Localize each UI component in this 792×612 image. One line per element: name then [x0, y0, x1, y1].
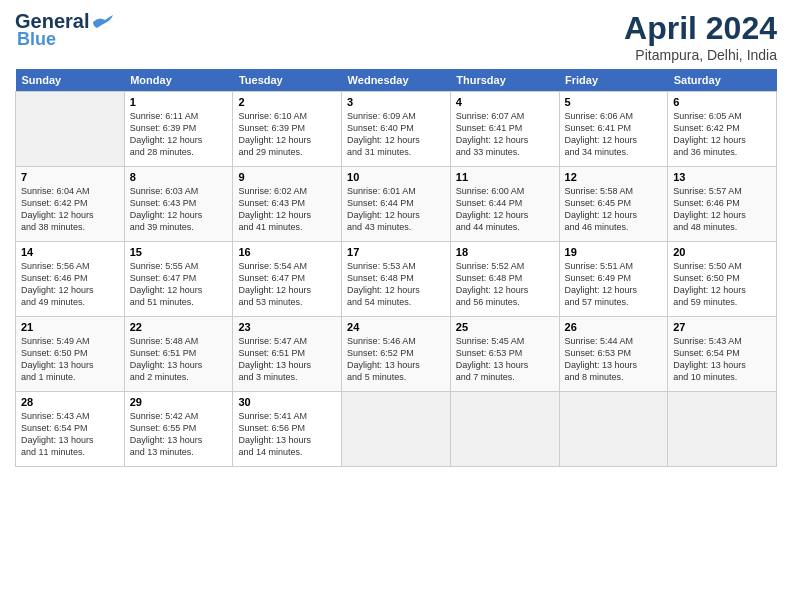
page-container: General Blue April 2024 Pitampura, Delhi…	[0, 0, 792, 477]
weekday-header-sunday: Sunday	[16, 69, 125, 92]
day-info: Sunrise: 5:44 AM Sunset: 6:53 PM Dayligh…	[565, 335, 663, 384]
day-number: 6	[673, 96, 771, 108]
day-number: 24	[347, 321, 445, 333]
calendar-cell: 20Sunrise: 5:50 AM Sunset: 6:50 PM Dayli…	[668, 242, 777, 317]
calendar-cell	[16, 92, 125, 167]
day-info: Sunrise: 6:03 AM Sunset: 6:43 PM Dayligh…	[130, 185, 228, 234]
logo-blue: Blue	[17, 29, 56, 50]
day-number: 2	[238, 96, 336, 108]
calendar-week-row: 21Sunrise: 5:49 AM Sunset: 6:50 PM Dayli…	[16, 317, 777, 392]
calendar-cell: 28Sunrise: 5:43 AM Sunset: 6:54 PM Dayli…	[16, 392, 125, 467]
day-number: 15	[130, 246, 228, 258]
calendar-cell	[559, 392, 668, 467]
weekday-header-friday: Friday	[559, 69, 668, 92]
day-number: 22	[130, 321, 228, 333]
calendar-cell: 3Sunrise: 6:09 AM Sunset: 6:40 PM Daylig…	[342, 92, 451, 167]
day-number: 9	[238, 171, 336, 183]
calendar-cell: 13Sunrise: 5:57 AM Sunset: 6:46 PM Dayli…	[668, 167, 777, 242]
day-info: Sunrise: 6:09 AM Sunset: 6:40 PM Dayligh…	[347, 110, 445, 159]
day-info: Sunrise: 6:06 AM Sunset: 6:41 PM Dayligh…	[565, 110, 663, 159]
day-info: Sunrise: 5:50 AM Sunset: 6:50 PM Dayligh…	[673, 260, 771, 309]
day-info: Sunrise: 5:56 AM Sunset: 6:46 PM Dayligh…	[21, 260, 119, 309]
day-number: 12	[565, 171, 663, 183]
day-info: Sunrise: 5:51 AM Sunset: 6:49 PM Dayligh…	[565, 260, 663, 309]
calendar-cell: 7Sunrise: 6:04 AM Sunset: 6:42 PM Daylig…	[16, 167, 125, 242]
subtitle: Pitampura, Delhi, India	[624, 47, 777, 63]
calendar-cell: 25Sunrise: 5:45 AM Sunset: 6:53 PM Dayli…	[450, 317, 559, 392]
day-info: Sunrise: 6:10 AM Sunset: 6:39 PM Dayligh…	[238, 110, 336, 159]
calendar-table: SundayMondayTuesdayWednesdayThursdayFrid…	[15, 69, 777, 467]
day-number: 13	[673, 171, 771, 183]
weekday-header-tuesday: Tuesday	[233, 69, 342, 92]
day-number: 25	[456, 321, 554, 333]
day-info: Sunrise: 5:45 AM Sunset: 6:53 PM Dayligh…	[456, 335, 554, 384]
day-number: 30	[238, 396, 336, 408]
day-number: 11	[456, 171, 554, 183]
day-number: 7	[21, 171, 119, 183]
day-number: 4	[456, 96, 554, 108]
calendar-cell: 17Sunrise: 5:53 AM Sunset: 6:48 PM Dayli…	[342, 242, 451, 317]
calendar-cell: 5Sunrise: 6:06 AM Sunset: 6:41 PM Daylig…	[559, 92, 668, 167]
day-number: 23	[238, 321, 336, 333]
day-info: Sunrise: 5:57 AM Sunset: 6:46 PM Dayligh…	[673, 185, 771, 234]
calendar-week-row: 1Sunrise: 6:11 AM Sunset: 6:39 PM Daylig…	[16, 92, 777, 167]
calendar-week-row: 28Sunrise: 5:43 AM Sunset: 6:54 PM Dayli…	[16, 392, 777, 467]
day-number: 1	[130, 96, 228, 108]
weekday-header-wednesday: Wednesday	[342, 69, 451, 92]
main-title: April 2024	[624, 10, 777, 47]
calendar-cell: 2Sunrise: 6:10 AM Sunset: 6:39 PM Daylig…	[233, 92, 342, 167]
calendar-cell: 27Sunrise: 5:43 AM Sunset: 6:54 PM Dayli…	[668, 317, 777, 392]
calendar-cell: 14Sunrise: 5:56 AM Sunset: 6:46 PM Dayli…	[16, 242, 125, 317]
day-info: Sunrise: 6:05 AM Sunset: 6:42 PM Dayligh…	[673, 110, 771, 159]
calendar-cell: 11Sunrise: 6:00 AM Sunset: 6:44 PM Dayli…	[450, 167, 559, 242]
calendar-cell: 29Sunrise: 5:42 AM Sunset: 6:55 PM Dayli…	[124, 392, 233, 467]
calendar-cell: 9Sunrise: 6:02 AM Sunset: 6:43 PM Daylig…	[233, 167, 342, 242]
day-info: Sunrise: 6:07 AM Sunset: 6:41 PM Dayligh…	[456, 110, 554, 159]
day-info: Sunrise: 5:42 AM Sunset: 6:55 PM Dayligh…	[130, 410, 228, 459]
calendar-header-row: SundayMondayTuesdayWednesdayThursdayFrid…	[16, 69, 777, 92]
calendar-cell: 19Sunrise: 5:51 AM Sunset: 6:49 PM Dayli…	[559, 242, 668, 317]
calendar-cell: 24Sunrise: 5:46 AM Sunset: 6:52 PM Dayli…	[342, 317, 451, 392]
calendar-cell: 12Sunrise: 5:58 AM Sunset: 6:45 PM Dayli…	[559, 167, 668, 242]
weekday-header-monday: Monday	[124, 69, 233, 92]
weekday-header-thursday: Thursday	[450, 69, 559, 92]
day-number: 19	[565, 246, 663, 258]
calendar-cell: 26Sunrise: 5:44 AM Sunset: 6:53 PM Dayli…	[559, 317, 668, 392]
day-number: 3	[347, 96, 445, 108]
calendar-cell	[668, 392, 777, 467]
calendar-cell: 22Sunrise: 5:48 AM Sunset: 6:51 PM Dayli…	[124, 317, 233, 392]
day-info: Sunrise: 5:41 AM Sunset: 6:56 PM Dayligh…	[238, 410, 336, 459]
day-info: Sunrise: 5:46 AM Sunset: 6:52 PM Dayligh…	[347, 335, 445, 384]
day-info: Sunrise: 5:52 AM Sunset: 6:48 PM Dayligh…	[456, 260, 554, 309]
logo: General Blue	[15, 10, 113, 50]
day-info: Sunrise: 5:55 AM Sunset: 6:47 PM Dayligh…	[130, 260, 228, 309]
day-number: 28	[21, 396, 119, 408]
header: General Blue April 2024 Pitampura, Delhi…	[15, 10, 777, 63]
calendar-cell	[342, 392, 451, 467]
weekday-header-saturday: Saturday	[668, 69, 777, 92]
calendar-cell: 8Sunrise: 6:03 AM Sunset: 6:43 PM Daylig…	[124, 167, 233, 242]
calendar-week-row: 14Sunrise: 5:56 AM Sunset: 6:46 PM Dayli…	[16, 242, 777, 317]
calendar-week-row: 7Sunrise: 6:04 AM Sunset: 6:42 PM Daylig…	[16, 167, 777, 242]
calendar-cell: 23Sunrise: 5:47 AM Sunset: 6:51 PM Dayli…	[233, 317, 342, 392]
day-number: 26	[565, 321, 663, 333]
calendar-cell: 21Sunrise: 5:49 AM Sunset: 6:50 PM Dayli…	[16, 317, 125, 392]
day-info: Sunrise: 5:43 AM Sunset: 6:54 PM Dayligh…	[673, 335, 771, 384]
day-number: 20	[673, 246, 771, 258]
calendar-cell: 1Sunrise: 6:11 AM Sunset: 6:39 PM Daylig…	[124, 92, 233, 167]
day-info: Sunrise: 5:54 AM Sunset: 6:47 PM Dayligh…	[238, 260, 336, 309]
day-number: 10	[347, 171, 445, 183]
day-info: Sunrise: 5:47 AM Sunset: 6:51 PM Dayligh…	[238, 335, 336, 384]
calendar-cell: 18Sunrise: 5:52 AM Sunset: 6:48 PM Dayli…	[450, 242, 559, 317]
day-info: Sunrise: 5:53 AM Sunset: 6:48 PM Dayligh…	[347, 260, 445, 309]
calendar-cell: 16Sunrise: 5:54 AM Sunset: 6:47 PM Dayli…	[233, 242, 342, 317]
calendar-cell: 30Sunrise: 5:41 AM Sunset: 6:56 PM Dayli…	[233, 392, 342, 467]
day-number: 27	[673, 321, 771, 333]
day-info: Sunrise: 6:01 AM Sunset: 6:44 PM Dayligh…	[347, 185, 445, 234]
day-info: Sunrise: 5:48 AM Sunset: 6:51 PM Dayligh…	[130, 335, 228, 384]
day-number: 14	[21, 246, 119, 258]
day-info: Sunrise: 5:49 AM Sunset: 6:50 PM Dayligh…	[21, 335, 119, 384]
day-info: Sunrise: 6:04 AM Sunset: 6:42 PM Dayligh…	[21, 185, 119, 234]
logo-bird-icon	[91, 14, 113, 30]
calendar-cell: 4Sunrise: 6:07 AM Sunset: 6:41 PM Daylig…	[450, 92, 559, 167]
